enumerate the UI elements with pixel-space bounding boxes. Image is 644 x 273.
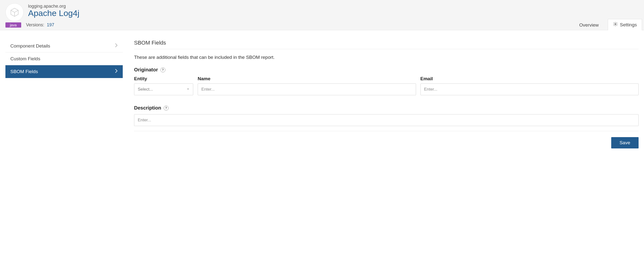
originator-group-label: Originator [134,67,158,73]
sidebar-item-custom-fields[interactable]: Custom Fields [6,52,123,65]
save-button[interactable]: Save [611,137,638,148]
email-field-label: Email [420,76,639,81]
section-description: These are additional fields that can be … [134,55,638,60]
versions-count-link[interactable]: 197 [47,22,54,27]
sidebar-item-label: Component Details [10,43,50,49]
sidebar-item-component-details[interactable]: Component Details [6,40,123,52]
svg-point-0 [615,24,616,25]
description-group-label: Description [134,105,161,111]
component-pretitle: logging.apache.org [28,4,79,9]
sidebar-item-label: SBOM Fields [10,69,38,74]
language-badge: java [6,22,21,27]
settings-main: SBOM Fields These are additional fields … [134,40,638,148]
caret-down-icon [186,87,190,92]
gear-icon [613,22,618,28]
entity-field-label: Entity [134,76,193,81]
tab-overview[interactable]: Overview [574,20,604,30]
help-icon[interactable]: ? [160,67,165,72]
sidebar-item-sbom-fields[interactable]: SBOM Fields [6,65,123,78]
chevron-right-icon [115,69,118,74]
package-icon [6,3,24,21]
entity-select[interactable]: Select... [134,83,193,95]
help-icon[interactable]: ? [164,106,168,111]
entity-select-placeholder: Select... [138,87,153,92]
form-divider [134,131,638,131]
description-input[interactable] [134,114,638,126]
chevron-right-icon [115,43,118,49]
tab-settings-label: Settings [620,22,637,27]
tab-overview-label: Overview [579,22,599,28]
sidebar-item-label: Custom Fields [10,56,40,61]
component-title[interactable]: Apache Log4j [28,8,79,18]
header-tabs: Overview Settings [574,19,644,30]
name-input[interactable] [198,83,416,95]
section-title: SBOM Fields [134,40,638,49]
email-input[interactable] [420,83,639,95]
settings-sidebar: Component Details Custom Fields SBOM Fie… [6,40,123,78]
tab-settings[interactable]: Settings [608,19,642,30]
name-field-label: Name [198,76,416,81]
versions-label: Versions: [26,22,44,27]
page-header: logging.apache.org Apache Log4j java Ver… [0,0,644,30]
